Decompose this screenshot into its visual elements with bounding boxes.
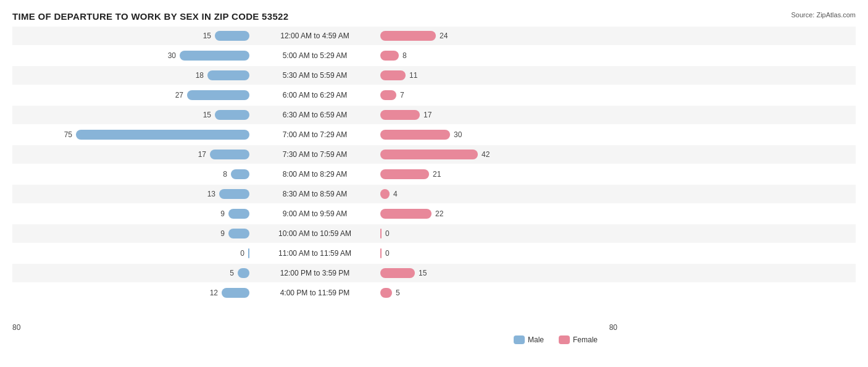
male-value: 13: [203, 190, 215, 198]
time-label: 11:00 AM to 11:59 AM: [253, 249, 377, 258]
chart-title: TIME OF DEPARTURE TO WORK BY SEX IN ZIP …: [12, 11, 856, 22]
chart-row: 8 8:00 AM to 8:29 AM 21: [12, 165, 856, 184]
time-label: 5:30 AM to 5:59 AM: [253, 71, 377, 80]
female-value: 0: [385, 229, 390, 238]
left-section: 9: [12, 229, 253, 238]
left-section: 5: [12, 268, 253, 278]
female-value: 11: [409, 71, 417, 80]
male-bar: [210, 150, 249, 159]
female-value: 7: [400, 91, 404, 99]
left-section: 9: [12, 209, 253, 219]
legend: Male Female: [253, 335, 858, 344]
left-section: 75: [12, 130, 253, 140]
male-value: 18: [191, 71, 204, 80]
axis-left: 80: [12, 323, 253, 332]
right-section: 7: [377, 90, 617, 100]
right-section: 22: [377, 209, 617, 219]
time-label: 9:00 AM to 9:59 AM: [253, 209, 377, 218]
right-section: 17: [377, 110, 617, 120]
female-bar: [380, 229, 382, 238]
left-section: 15: [12, 110, 253, 120]
time-label: 12:00 PM to 3:59 PM: [253, 269, 377, 277]
female-value: 8: [403, 51, 407, 60]
female-value: 15: [419, 269, 427, 277]
chart-row: 0 11:00 AM to 11:59 AM 0: [12, 244, 856, 263]
female-bar: [380, 110, 420, 120]
time-label: 6:00 AM to 6:29 AM: [253, 91, 377, 99]
chart-row: 9 10:00 AM to 10:59 AM 0: [12, 224, 856, 243]
chart-row: 27 6:00 AM to 6:29 AM 7: [12, 86, 856, 104]
male-value: 75: [60, 130, 72, 139]
right-section: 5: [377, 288, 617, 298]
male-bar: [228, 209, 249, 219]
chart-row: 15 12:00 AM to 4:59 AM 24: [12, 27, 856, 45]
time-label: 7:30 AM to 7:59 AM: [253, 150, 377, 159]
chart-row: 18 5:30 AM to 5:59 AM 11: [12, 66, 856, 85]
legend-female-label: Female: [573, 335, 598, 344]
chart-row: 15 6:30 AM to 6:59 AM 17: [12, 106, 856, 124]
left-section: 17: [12, 150, 253, 159]
female-bar: [380, 150, 478, 159]
female-value: 4: [393, 190, 398, 198]
female-bar: [380, 169, 429, 179]
left-section: 0: [12, 248, 253, 258]
male-bar: [215, 31, 249, 41]
female-value: 5: [396, 289, 400, 297]
female-bar: [380, 90, 396, 100]
time-label: 7:00 AM to 7:29 AM: [253, 130, 377, 139]
male-bar: [248, 248, 249, 258]
right-section: 42: [377, 150, 617, 159]
right-section: 0: [377, 248, 617, 258]
left-section: 8: [12, 169, 253, 179]
right-section: 0: [377, 229, 617, 238]
axis-right-val: 80: [609, 323, 617, 332]
right-section: 21: [377, 169, 617, 179]
axis-row: 80 80: [12, 323, 856, 332]
female-value: 21: [433, 170, 441, 179]
male-bar: [222, 288, 249, 298]
male-bar: [238, 268, 249, 278]
source-text: Source: ZipAtlas.com: [791, 11, 856, 19]
female-bar: [380, 51, 399, 61]
male-value: 30: [164, 51, 176, 60]
axis-right: 80: [377, 323, 617, 332]
chart-row: 12 4:00 PM to 11:59 PM 5: [12, 284, 856, 302]
right-section: 4: [377, 189, 617, 199]
legend-female: Female: [559, 335, 598, 344]
female-bar: [380, 288, 392, 298]
right-section: 24: [377, 31, 617, 41]
left-section: 30: [12, 51, 253, 61]
left-section: 18: [12, 70, 253, 80]
female-value: 22: [435, 209, 443, 218]
male-value: 12: [206, 289, 218, 297]
left-section: 12: [12, 288, 253, 298]
male-value: 9: [212, 229, 225, 238]
male-bar: [187, 90, 249, 100]
time-label: 5:00 AM to 5:29 AM: [253, 51, 377, 60]
time-label: 12:00 AM to 4:59 AM: [253, 32, 377, 40]
male-value: 27: [171, 91, 183, 99]
chart-row: 5 12:00 PM to 3:59 PM 15: [12, 264, 856, 282]
male-value: 15: [199, 32, 211, 40]
female-value: 24: [440, 32, 448, 40]
time-label: 8:30 AM to 8:59 AM: [253, 190, 377, 198]
male-bar: [180, 51, 249, 61]
time-label: 10:00 AM to 10:59 AM: [253, 229, 377, 238]
female-value: 0: [385, 249, 390, 258]
female-value: 42: [482, 150, 490, 159]
female-bar: [380, 31, 436, 41]
male-value: 17: [194, 150, 206, 159]
female-bar: [380, 248, 382, 258]
female-bar: [380, 268, 415, 278]
right-section: 15: [377, 268, 617, 278]
female-bar: [380, 130, 450, 140]
male-bar: [228, 229, 249, 238]
time-label: 4:00 PM to 11:59 PM: [253, 289, 377, 297]
chart-row: 30 5:00 AM to 5:29 AM 8: [12, 46, 856, 65]
left-section: 15: [12, 31, 253, 41]
right-section: 30: [377, 130, 617, 140]
female-value: 17: [424, 111, 432, 119]
right-section: 8: [377, 51, 617, 61]
male-value: 9: [212, 209, 225, 218]
male-bar: [231, 169, 249, 179]
